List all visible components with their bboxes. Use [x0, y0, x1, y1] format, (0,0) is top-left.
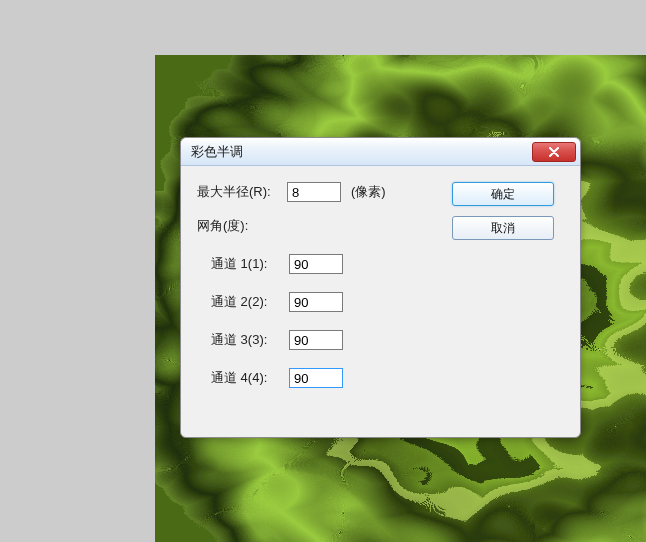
buttons-column: 确定 取消	[452, 180, 564, 400]
close-icon	[548, 147, 560, 157]
channel3-input[interactable]	[289, 330, 343, 350]
channel3-label: 通道 3(3):	[211, 331, 289, 349]
cancel-button[interactable]: 取消	[452, 216, 554, 240]
dialog-body: 最大半径(R): (像素) 网角(度): 通道 1(1): 通道 2(2): 通…	[181, 166, 580, 414]
screen-angle-label: 网角(度):	[197, 217, 248, 235]
channel1-label: 通道 1(1):	[211, 255, 289, 273]
ok-button[interactable]: 确定	[452, 182, 554, 206]
max-radius-label: 最大半径(R):	[197, 183, 287, 201]
max-radius-input[interactable]	[287, 182, 341, 202]
fields-column: 最大半径(R): (像素) 网角(度): 通道 1(1): 通道 2(2): 通…	[197, 180, 452, 400]
dialog-titlebar[interactable]: 彩色半调	[181, 138, 580, 166]
unit-label: (像素)	[351, 183, 386, 201]
channel4-label: 通道 4(4):	[211, 369, 289, 387]
channel2-input[interactable]	[289, 292, 343, 312]
channel4-input[interactable]	[289, 368, 343, 388]
color-halftone-dialog: 彩色半调 最大半径(R): (像素) 网角(度): 通道 1(1): 通道 2(…	[180, 137, 581, 438]
channel1-input[interactable]	[289, 254, 343, 274]
close-button[interactable]	[532, 142, 576, 162]
channel2-label: 通道 2(2):	[211, 293, 289, 311]
dialog-title: 彩色半调	[191, 143, 532, 161]
